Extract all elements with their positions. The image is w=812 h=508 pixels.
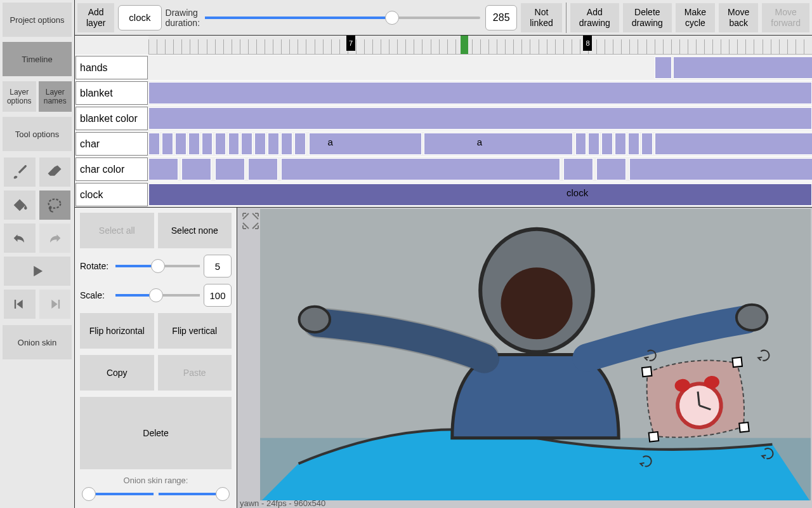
- drawing-segment[interactable]: [248, 158, 278, 180]
- drawing-segment[interactable]: [148, 133, 160, 155]
- drawing-segment[interactable]: [601, 133, 613, 155]
- layer-track[interactable]: [148, 157, 812, 182]
- undo-button[interactable]: [4, 224, 36, 253]
- drawing-segment[interactable]: [673, 57, 812, 79]
- layer-label[interactable]: char color: [75, 157, 148, 181]
- drawing-segment[interactable]: [309, 133, 422, 155]
- layer-track[interactable]: [148, 81, 812, 105]
- layer-track[interactable]: aa: [148, 131, 812, 156]
- flip-horizontal-button[interactable]: Flip horizontal: [80, 313, 154, 349]
- play-button[interactable]: [4, 257, 70, 286]
- layer-row: blanket: [75, 80, 812, 105]
- drawing-segment[interactable]: [254, 133, 266, 155]
- timeline-ruler[interactable]: 789: [148, 36, 812, 55]
- drawing-segment[interactable]: [563, 158, 593, 180]
- playhead[interactable]: [461, 36, 468, 54]
- not-linked-button[interactable]: Not linked: [521, 3, 562, 32]
- delete-button[interactable]: Delete: [80, 397, 232, 469]
- layer-label[interactable]: blanket: [75, 81, 148, 105]
- flip-vertical-button[interactable]: Flip vertical: [158, 313, 232, 349]
- layer-track[interactable]: clock: [148, 182, 812, 207]
- prev-frame-button[interactable]: [4, 290, 36, 319]
- drawing-segment[interactable]: [215, 158, 245, 180]
- frame-marker[interactable]: 8: [583, 36, 592, 51]
- layer-track[interactable]: [148, 55, 812, 80]
- rotate-slider[interactable]: [115, 265, 200, 267]
- canvas-area: yawn - 24fps - 960x540: [237, 208, 812, 508]
- drawing-segment[interactable]: [181, 158, 211, 180]
- left-sidebar: Project options Timeline Layer options L…: [0, 0, 75, 508]
- drawing-segment[interactable]: [629, 158, 812, 180]
- lasso-tool[interactable]: [39, 190, 71, 220]
- drawing-segment[interactable]: [281, 158, 560, 180]
- layer-label[interactable]: blanket color: [75, 107, 148, 130]
- onion-skin-button[interactable]: Onion skin: [3, 325, 72, 359]
- drawing-segment[interactable]: [228, 133, 240, 155]
- drawing-segment[interactable]: [241, 133, 252, 155]
- drawing-segment[interactable]: [175, 133, 187, 155]
- timeline-button[interactable]: Timeline: [3, 42, 72, 76]
- drawing-segment[interactable]: [162, 133, 173, 155]
- layer-names-button[interactable]: Layer names: [39, 81, 72, 112]
- timeline: 789 handsblanketblanket colorcharaachar …: [75, 36, 812, 208]
- drawing-segment[interactable]: [281, 133, 292, 155]
- layer-track[interactable]: [148, 106, 812, 131]
- drawing-segment[interactable]: [202, 133, 213, 155]
- copy-button[interactable]: Copy: [80, 355, 154, 391]
- duration-slider[interactable]: [205, 17, 480, 19]
- svg-point-9: [501, 267, 572, 339]
- layer-label[interactable]: char: [75, 132, 148, 156]
- drawing-segment[interactable]: [294, 133, 306, 155]
- expand-icon[interactable]: [241, 211, 260, 231]
- add-drawing-button[interactable]: Add drawing: [570, 3, 619, 32]
- frame-marker[interactable]: 7: [346, 36, 355, 51]
- fill-tool[interactable]: [4, 190, 36, 220]
- onion-range-label: Onion skin range:: [80, 476, 232, 485]
- move-back-button[interactable]: Move back: [719, 3, 758, 32]
- move-forward-button[interactable]: Move forward: [762, 3, 809, 32]
- drawing-segment[interactable]: [148, 158, 178, 180]
- scale-slider[interactable]: [115, 294, 200, 297]
- drawing-segment[interactable]: [575, 133, 587, 155]
- drawing-segment[interactable]: [148, 184, 812, 206]
- add-layer-button[interactable]: Add layer: [77, 3, 114, 32]
- drawing-segment[interactable]: [615, 133, 626, 155]
- rotate-value[interactable]: 5: [204, 255, 232, 277]
- rotate-label: Rotate:: [80, 261, 112, 271]
- eraser-icon: [46, 163, 63, 181]
- eraser-tool[interactable]: [39, 157, 71, 187]
- next-frame-button[interactable]: [39, 290, 71, 319]
- select-all-button[interactable]: Select all: [80, 213, 154, 248]
- drawing-segment[interactable]: [655, 133, 812, 155]
- select-none-button[interactable]: Select none: [158, 213, 232, 248]
- drawing-segment[interactable]: [268, 133, 279, 155]
- drawing-segment[interactable]: [655, 57, 672, 79]
- make-cycle-button[interactable]: Make cycle: [676, 3, 715, 32]
- svg-rect-2: [15, 300, 16, 309]
- current-layer-name[interactable]: clock: [118, 5, 161, 30]
- layer-options-button[interactable]: Layer options: [3, 81, 36, 112]
- drawing-segment[interactable]: [188, 133, 200, 155]
- drawing-segment[interactable]: [641, 133, 653, 155]
- drawing-segment[interactable]: [596, 158, 626, 180]
- onion-range-slider[interactable]: [86, 493, 225, 495]
- drawing-segment[interactable]: [148, 82, 812, 104]
- drawing-segment[interactable]: [424, 133, 573, 155]
- paste-button[interactable]: Paste: [158, 355, 232, 391]
- fill-icon: [11, 196, 29, 214]
- brush-tool[interactable]: [4, 157, 36, 187]
- drawing-canvas[interactable]: [260, 209, 811, 500]
- drawing-segment[interactable]: [148, 107, 812, 130]
- redo-icon: [46, 229, 63, 247]
- drawing-segment[interactable]: [628, 133, 639, 155]
- drawing-segment[interactable]: [215, 133, 226, 155]
- drawing-segment[interactable]: [588, 133, 599, 155]
- layer-label[interactable]: clock: [75, 183, 148, 206]
- duration-value[interactable]: 285: [485, 5, 517, 30]
- tool-options-button[interactable]: Tool options: [3, 117, 72, 151]
- delete-drawing-button[interactable]: Delete drawing: [623, 3, 672, 32]
- scale-value[interactable]: 100: [204, 284, 232, 307]
- redo-button[interactable]: [39, 224, 71, 253]
- project-options-button[interactable]: Project options: [3, 3, 72, 37]
- layer-label[interactable]: hands: [75, 56, 148, 79]
